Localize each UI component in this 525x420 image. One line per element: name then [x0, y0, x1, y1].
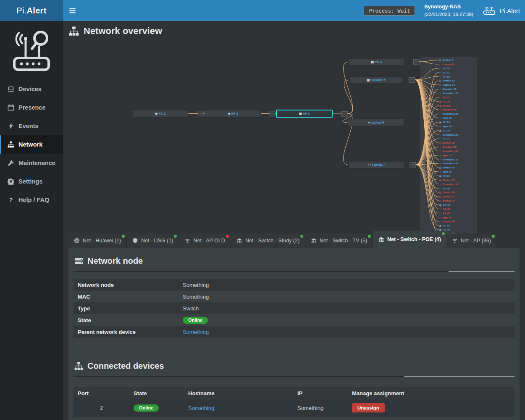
field-value: Something — [183, 294, 209, 300]
device-node[interactable]: ◠AP 44 — [439, 207, 450, 210]
sidebar-item-label: Network — [18, 141, 42, 148]
column-header-manage-assignment[interactable]: Manage assignment — [348, 390, 514, 396]
column-header-hostname[interactable]: Hostname — [184, 390, 293, 396]
collapse-button[interactable]: − — [410, 162, 416, 167]
device-node[interactable]: ▣PC 18 — [439, 100, 450, 103]
device-node[interactable]: ▣PC 25 — [439, 129, 450, 132]
graph-node-pc-4[interactable]: ▦ PC 4 — [349, 58, 404, 66]
network-graph: ▤Switch 8▭Laptop 9◠AP 10◠AP 11◠AP 12▤Swi… — [63, 38, 525, 248]
graph-node-laptop-6[interactable]: ● Laptop 6 — [348, 119, 404, 126]
sidebar-item-maintenance[interactable]: Maintenance — [0, 154, 63, 172]
svg-text:◠ Laptop 7: ◠ Laptop 7 — [368, 163, 385, 167]
device-node[interactable]: ✧light 24 — [439, 125, 452, 128]
graph-node-speaker-5[interactable]: ▦ Speaker 5 — [349, 76, 403, 84]
device-node[interactable]: ▫Smartbox 16 — [440, 92, 459, 94]
shield-icon — [132, 238, 138, 244]
tab-net-switch-tv-5[interactable]: Net - Switch - TV (5) — [305, 234, 373, 248]
device-node[interactable]: ▣PC 48 — [439, 224, 450, 227]
sidebar-item-presence[interactable]: Presence — [0, 98, 63, 117]
sidebar-item-network[interactable]: Network — [0, 135, 63, 154]
device-node[interactable]: ▣PC 43 — [439, 203, 450, 206]
svg-text:▫: ▫ — [440, 92, 441, 94]
device-node[interactable]: ◠AP 12 — [439, 75, 450, 78]
sidebar-item-devices[interactable]: Devices — [0, 80, 63, 98]
tab-net-usg-1[interactable]: Net - USG (1) — [127, 234, 179, 248]
svg-text:AP 39: AP 39 — [443, 187, 450, 190]
header-logo[interactable]: Pi.Alert — [483, 5, 520, 16]
device-node[interactable]: ◠AP 39 — [439, 187, 450, 190]
hostname-link[interactable]: Something — [188, 405, 214, 411]
column-header-ip[interactable]: IP — [293, 390, 348, 396]
device-node[interactable]: ▫Smartbox 38 — [440, 183, 459, 186]
tab-label: Net - Switch - Study (2) — [245, 238, 299, 244]
graph-node-ap-2[interactable]: ◆ AP 2 — [205, 110, 261, 117]
svg-text:Laptop 14: Laptop 14 — [443, 83, 455, 86]
device-node[interactable]: ✧light 31 — [439, 154, 452, 157]
wifi-icon — [184, 238, 190, 244]
tab-net-switch-study-2[interactable]: Net - Switch - Study (2) — [231, 234, 305, 248]
device-node[interactable]: ▫Smartbox 33 — [440, 162, 459, 165]
sidebar-item-label: Help / FAQ — [18, 197, 49, 203]
field-label: Parent network device — [78, 329, 183, 335]
svg-text:▤: ▤ — [439, 166, 441, 169]
device-node[interactable]: ▣PC 36 — [439, 174, 450, 177]
sidebar-item-help-faq[interactable]: ?Help / FAQ — [0, 191, 63, 209]
device-node[interactable]: ◠AP 17 — [439, 96, 450, 99]
collapse-button[interactable]: − — [409, 77, 415, 82]
device-node[interactable]: ✧light 46 — [439, 216, 452, 219]
sidebar-item-settings[interactable]: Settings — [0, 172, 63, 191]
server-icon — [74, 257, 83, 265]
svg-text:Switch 40: Switch 40 — [443, 191, 455, 194]
menu-toggle-icon[interactable] — [63, 0, 81, 21]
tab-net-huawei-1[interactable]: Net - Huawei (1) — [68, 234, 127, 248]
brand[interactable]: Pi.Alert — [0, 0, 63, 21]
column-header-state[interactable]: State — [129, 390, 184, 396]
parent-device-link[interactable]: Something — [183, 329, 209, 335]
network-node-row-type: TypeSwitch — [74, 302, 514, 314]
wifi-icon — [452, 238, 458, 244]
svg-text:Switch 37: Switch 37 — [443, 178, 455, 181]
svg-text:▤: ▤ — [439, 179, 441, 181]
svg-text:▣: ▣ — [439, 204, 441, 206]
device-node[interactable]: ▫Smartbox 32 — [440, 158, 459, 161]
device-node[interactable]: ▫Smartbox 26 — [440, 133, 459, 136]
sidebar-item-label: Devices — [18, 86, 42, 92]
collapse-button[interactable]: − — [413, 59, 419, 64]
field-label: MAC — [78, 294, 183, 300]
column-header-port[interactable]: Port — [74, 390, 129, 396]
gear-icon — [8, 178, 14, 185]
bank-icon — [378, 236, 384, 242]
device-node[interactable]: ▫Smartbox 30 — [440, 150, 459, 152]
connected-devices-title: Connected devices — [74, 361, 514, 371]
sidebar-item-events[interactable]: Events — [0, 117, 63, 135]
graph-node-ap-3[interactable]: ▦ AP 3 — [276, 110, 332, 117]
collapse-button[interactable]: − — [198, 111, 204, 116]
tab-status-dot — [174, 235, 177, 238]
device-node[interactable]: ✧light 35 — [439, 170, 452, 173]
device-node[interactable]: ◠AP 11 — [439, 71, 450, 74]
tab-net-ap-36[interactable]: Net - AP (36) — [446, 234, 497, 248]
device-node[interactable]: ◠AP 45 — [439, 212, 450, 215]
device-node[interactable]: ▤Switch 8 — [439, 58, 453, 61]
device-node[interactable]: ▫Smartbox 21 — [440, 112, 459, 115]
device-node[interactable]: ◠AP 27 — [439, 137, 450, 140]
network-node-row-parent-network-device: Parent network deviceSomething — [74, 326, 514, 338]
collapse-button[interactable]: − — [341, 111, 347, 116]
collapse-button[interactable]: − — [269, 111, 275, 116]
device-node[interactable]: ▣PC 23 — [439, 121, 450, 123]
svg-text:✧: ✧ — [439, 216, 441, 219]
svg-text:Switch 13: Switch 13 — [443, 79, 455, 82]
graph-node-pc-1[interactable]: ◉ PC 1 — [132, 110, 188, 117]
sidebar-item-label: Events — [18, 123, 39, 129]
tab-label: Net - Huawei (1) — [83, 238, 121, 244]
unassign-button[interactable]: Unassign — [352, 403, 385, 412]
svg-text:Switch 41: Switch 41 — [443, 195, 455, 198]
device-node[interactable]: ▣PC 19 — [439, 104, 450, 107]
device-node[interactable]: ✧light 22 — [439, 116, 452, 119]
device-node[interactable]: ▣PC 49 — [439, 228, 450, 231]
graph-node-laptop-7[interactable]: ◠ Laptop 7 — [349, 161, 404, 168]
connected-devices-title-text: Connected devices — [87, 361, 164, 371]
tab-net-ap-old[interactable]: Net - AP OLD — [179, 234, 231, 248]
device-node[interactable]: ◠AP 10 — [439, 67, 450, 70]
tab-net-switch-poe-4[interactable]: Net - Switch - POE (4) — [373, 231, 446, 248]
